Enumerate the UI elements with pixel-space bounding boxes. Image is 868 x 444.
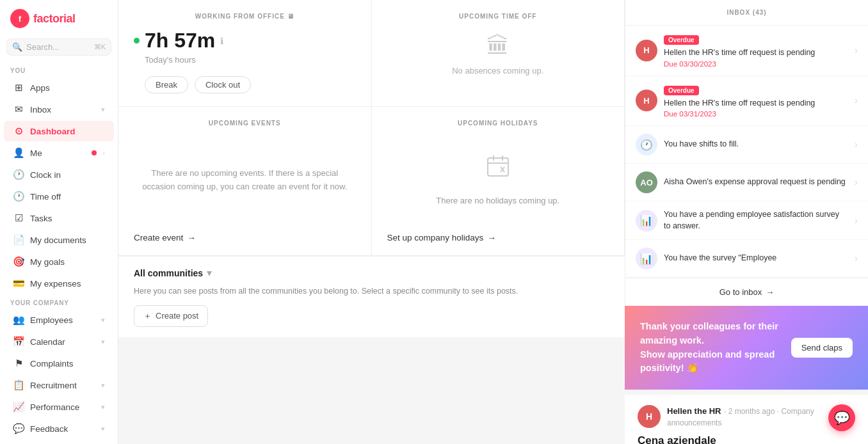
chevron-down-icon: ▾ bbox=[207, 267, 212, 279]
sidebar-item-label: Calendar bbox=[30, 337, 95, 347]
recruitment-icon: 📋 bbox=[13, 379, 24, 391]
sidebar-item-time-off[interactable]: 🕐 Time off bbox=[4, 186, 114, 207]
sidebar-item-label: Tasks bbox=[30, 214, 105, 223]
inbox-item-text: Hellen the HR's time off request is pend… bbox=[664, 98, 848, 109]
sidebar-item-tasks[interactable]: ☑ Tasks bbox=[4, 208, 114, 228]
logo-icon: f bbox=[10, 9, 29, 28]
logo-text: factorial bbox=[33, 12, 76, 26]
documents-icon: 📄 bbox=[13, 234, 24, 246]
time-off-panel-title: UPCOMING TIME OFF bbox=[387, 13, 609, 20]
sidebar-item-label: Inbox bbox=[30, 105, 95, 115]
sidebar-item-performance[interactable]: 📈 Performance ▾ bbox=[4, 397, 114, 417]
holidays-empty-text: There are no holidays coming up. bbox=[436, 194, 559, 208]
main-content: WORKING FROM OFFICE 🖥 7h 57m ℹ Today's h… bbox=[118, 0, 868, 444]
wfo-label: Today's hours bbox=[145, 55, 356, 65]
employees-icon: 👥 bbox=[13, 314, 24, 326]
inbox-item-content: You have shifts to fill. bbox=[664, 139, 848, 150]
sidebar-item-dashboard[interactable]: ⊙ Dashboard bbox=[4, 121, 114, 141]
go-to-inbox-link[interactable]: Go to inbox → bbox=[625, 278, 868, 306]
post-author: Hellen the HR · 2 months ago · Company a… bbox=[667, 405, 837, 428]
sidebar-item-apps[interactable]: ⊞ Apps bbox=[4, 77, 114, 98]
send-claps-button[interactable]: Send claps bbox=[791, 338, 853, 358]
inbox-item-content: Aisha Owen's expense approval request is… bbox=[664, 177, 848, 188]
inbox-due-date: Due 03/31/2023 bbox=[664, 110, 848, 118]
sidebar-item-complaints[interactable]: ⚑ Complaints bbox=[4, 353, 114, 374]
svg-rect-0 bbox=[488, 158, 508, 176]
post-title: Cena aziendale bbox=[638, 434, 855, 444]
setup-holidays-link[interactable]: Set up company holidays → bbox=[387, 225, 609, 242]
arrow-right-icon: › bbox=[855, 215, 858, 226]
holidays-empty-content: There are no holidays coming up. bbox=[387, 136, 609, 225]
sidebar-item-employees[interactable]: 👥 Employees ▾ bbox=[4, 310, 114, 330]
communities-panel: All communities ▾ Here you can see posts… bbox=[118, 256, 625, 337]
sidebar-item-label: My documents bbox=[30, 235, 105, 245]
apps-icon: ⊞ bbox=[13, 82, 24, 93]
arrow-right-icon: → bbox=[187, 233, 196, 242]
sidebar-item-feedback[interactable]: 💬 Feedback ▾ bbox=[4, 418, 114, 439]
clock-out-button[interactable]: Clock out bbox=[195, 76, 251, 93]
chat-icon: 💬 bbox=[834, 410, 850, 425]
inbox-item[interactable]: AO Aisha Owen's expense approval request… bbox=[625, 164, 868, 202]
sidebar-item-time-tracking[interactable]: ⏱ Time tracking bbox=[4, 440, 114, 444]
avatar: H bbox=[636, 40, 657, 61]
sidebar-item-my-goals[interactable]: 🎯 My goals bbox=[4, 251, 114, 272]
building-icon: 🏛 bbox=[387, 33, 609, 59]
sidebar-item-my-documents[interactable]: 📄 My documents bbox=[4, 230, 114, 250]
avatar: AO bbox=[636, 171, 657, 193]
sidebar-item-clock-in[interactable]: 🕐 Clock in bbox=[4, 164, 114, 185]
calendar-icon: 📅 bbox=[13, 336, 24, 347]
feedback-icon: 💬 bbox=[13, 423, 24, 434]
expenses-icon: 💳 bbox=[13, 278, 24, 289]
events-empty-text: There are no upcoming events. If there i… bbox=[134, 167, 356, 194]
right-column: INBOX (43) H Overdue Hellen the HR's tim… bbox=[625, 0, 868, 444]
calendar-x-icon bbox=[485, 153, 511, 188]
survey2-icon: 📊 bbox=[640, 253, 653, 265]
chevron-down-icon: ▾ bbox=[101, 338, 105, 346]
you-section-label: YOU bbox=[0, 62, 118, 77]
inbox-item-content: You have a pending employee satisfaction… bbox=[664, 209, 848, 232]
sidebar-item-recruitment[interactable]: 📋 Recruitment ▾ bbox=[4, 375, 114, 395]
clock-icon-wrap: 🕐 bbox=[636, 134, 657, 155]
inbox-panel: INBOX (43) H Overdue Hellen the HR's tim… bbox=[625, 0, 868, 306]
chat-bubble-button[interactable]: 💬 bbox=[828, 404, 855, 431]
tasks-icon: ☑ bbox=[13, 212, 24, 224]
inbox-item-content: Overdue Hellen the HR's time off request… bbox=[664, 84, 848, 118]
create-event-label: Create event bbox=[134, 233, 183, 242]
arrow-right-icon: → bbox=[766, 287, 774, 297]
inbox-item[interactable]: 📊 You have the survey "Employee › bbox=[625, 240, 868, 278]
wfo-hours: 7h 57m bbox=[145, 29, 215, 52]
inbox-item[interactable]: H Overdue Hellen the HR's time off reque… bbox=[625, 26, 868, 76]
chevron-down-icon: ▾ bbox=[101, 425, 105, 433]
break-button[interactable]: Break bbox=[145, 76, 188, 93]
inbox-item[interactable]: H Overdue Hellen the HR's time off reque… bbox=[625, 76, 868, 127]
sidebar-item-label: My expenses bbox=[30, 279, 105, 289]
inbox-header: INBOX (43) bbox=[625, 0, 868, 26]
sidebar-item-label: My goals bbox=[30, 257, 105, 267]
inbox-item-text: You have shifts to fill. bbox=[664, 139, 848, 150]
sidebar-item-calendar[interactable]: 📅 Calendar ▾ bbox=[4, 331, 114, 352]
create-event-link[interactable]: Create event → bbox=[134, 225, 356, 242]
create-post-button[interactable]: ＋ Create post bbox=[134, 305, 208, 327]
avatar: H bbox=[636, 90, 657, 111]
post-author-avatar: H bbox=[638, 405, 661, 428]
arrow-right-icon: › bbox=[855, 253, 858, 264]
inbox-item[interactable]: 📊 You have a pending employee satisfacti… bbox=[625, 202, 868, 240]
survey2-icon-wrap: 📊 bbox=[636, 248, 657, 269]
overdue-badge: Overdue bbox=[664, 86, 699, 95]
plus-icon: ＋ bbox=[143, 310, 152, 322]
sidebar-item-inbox[interactable]: ✉ Inbox ▾ bbox=[4, 99, 114, 120]
info-icon: ℹ bbox=[220, 36, 223, 46]
upcoming-time-off-panel: UPCOMING TIME OFF 🏛 No absences coming u… bbox=[372, 0, 625, 106]
appreciation-banner: Thank your colleagues for their amazing … bbox=[625, 306, 868, 390]
holidays-panel-title: UPCOMING HOLIDAYS bbox=[387, 120, 609, 127]
search-bar[interactable]: 🔍 Search... ⌘K bbox=[6, 38, 111, 56]
upcoming-events-panel: UPCOMING EVENTS There are no upcoming ev… bbox=[118, 107, 372, 255]
sidebar-item-me[interactable]: 👤 Me › bbox=[4, 143, 114, 163]
search-placeholder: Search... bbox=[26, 42, 90, 52]
inbox-item[interactable]: 🕐 You have shifts to fill. › bbox=[625, 126, 868, 164]
sidebar-item-my-expenses[interactable]: 💳 My expenses bbox=[4, 273, 114, 294]
company-section-label: YOUR COMPANY bbox=[0, 294, 118, 309]
inbox-item-text: You have the survey "Employee bbox=[664, 253, 848, 264]
survey-icon: 📊 bbox=[640, 214, 653, 226]
inbox-icon: ✉ bbox=[13, 104, 24, 115]
